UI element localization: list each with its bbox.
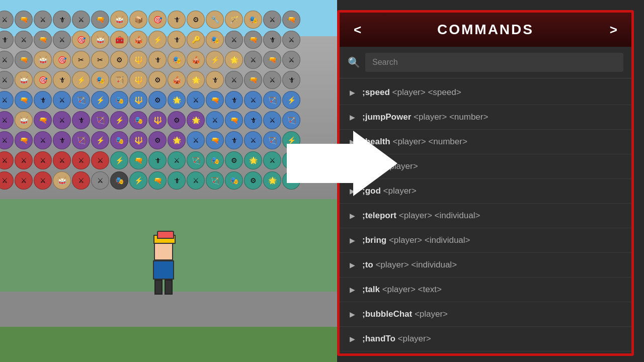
command-text: ;to <player> <individual>	[362, 260, 457, 270]
weapon-item: ⚡	[206, 51, 224, 69]
weapon-item: 🎭	[168, 51, 186, 69]
command-item[interactable]: ▶;god <player>	[340, 179, 631, 204]
command-item[interactable]: ▶;talk <player> <text>	[340, 278, 631, 302]
character-legs	[148, 280, 179, 295]
weapon-item: ⚔	[0, 91, 14, 109]
weapon-item: 🏹	[72, 91, 90, 109]
weapon-item: ⚔	[263, 71, 281, 89]
weapon-item: ⚔	[34, 11, 52, 29]
character-hat	[153, 235, 176, 244]
grass	[0, 327, 337, 362]
weapon-item: ⚔	[0, 11, 14, 29]
command-text: ;bring <player> <individual>	[362, 235, 470, 245]
weapon-item: ⚔	[0, 51, 14, 69]
weapon-item: ⚔	[72, 151, 90, 169]
weapon-item: ⚔	[34, 171, 52, 190]
weapon-item: ⚔	[187, 91, 205, 109]
weapon-item: ⚔	[187, 171, 205, 190]
command-text: ;teleport <player> <individual>	[362, 211, 480, 221]
weapon-item: ⚡	[110, 151, 128, 169]
character-head	[154, 241, 173, 260]
play-icon: ▶	[350, 261, 355, 269]
command-text: ;health <player> <number>	[362, 137, 467, 147]
command-text: ;talk <player> <text>	[362, 285, 442, 295]
weapon-item: 🏹	[263, 91, 281, 109]
nav-prev-button[interactable]: <	[350, 22, 365, 38]
weapon-item: ⚔	[225, 31, 243, 49]
command-item[interactable]: ▶;speed <player> <speed>	[340, 80, 631, 105]
command-item[interactable]: ▶;bring <player> <individual>	[340, 228, 631, 253]
search-input[interactable]	[365, 53, 623, 72]
weapon-item: 🗡	[263, 31, 281, 49]
weapon-item: ⚔	[15, 31, 33, 49]
weapon-item: 🎪	[187, 51, 205, 69]
command-item[interactable]: ▶;to <player> <individual>	[340, 253, 631, 278]
weapon-item: 🎭	[91, 71, 109, 89]
weapon-item: 🎭	[206, 151, 224, 169]
command-item[interactable]: ▶;teleport <player> <individual>	[340, 204, 631, 228]
weapon-item: 🔫	[263, 51, 281, 69]
search-icon: 🔍	[348, 56, 360, 68]
weapon-item: ⚔	[15, 151, 33, 169]
weapon-item: ⚔	[34, 151, 52, 169]
weapon-item: 🥁	[34, 51, 52, 69]
weapon-item: 🔫	[206, 131, 224, 149]
play-icon: ▶	[350, 88, 355, 97]
play-icon: ▶	[350, 236, 355, 244]
weapon-item: ✂	[91, 51, 109, 69]
weapon-item: ⚙	[148, 91, 167, 109]
weapon-item: ⚙	[110, 51, 128, 69]
weapon-item: ⚡	[72, 71, 90, 89]
weapon-item: ⚙	[225, 151, 243, 169]
weapon-item: 🗡	[72, 111, 90, 129]
weapon-item: ⚡	[129, 171, 147, 190]
play-icon: ▶	[350, 335, 355, 343]
weapon-item: ✂	[72, 51, 90, 69]
weapon-item: 🌟	[244, 151, 262, 169]
weapon-item: ⚔	[15, 171, 33, 190]
command-text: ;bubbleChat <player>	[362, 309, 448, 319]
ground	[0, 292, 337, 362]
weapon-item: 🔑	[187, 31, 205, 49]
weapon-item: 🏹	[263, 131, 281, 149]
weapon-item: ⚔	[0, 131, 14, 149]
weapon-item: 🗡	[0, 31, 14, 49]
character-leg-left	[154, 280, 163, 295]
weapon-item: ⚡	[91, 91, 109, 109]
command-item[interactable]: ▶;handTo <player>	[340, 327, 631, 351]
weapon-item: 🎭	[110, 131, 128, 149]
play-icon: ▶	[350, 310, 355, 318]
weapon-item: ⚔	[187, 131, 205, 149]
weapon-item: ⚔	[244, 131, 262, 149]
search-container: 🔍	[340, 47, 631, 78]
weapon-item: 🥁	[53, 171, 71, 190]
weapon-item: ⚔	[282, 31, 300, 49]
command-item[interactable]: ▶;bubbleChat <player>	[340, 302, 631, 327]
weapon-item: ⚙	[187, 11, 205, 29]
command-text: ;speed <player> <speed>	[362, 87, 461, 98]
panel-header: < COMMANDS >	[340, 13, 631, 47]
weapon-item: 🔫	[15, 51, 33, 69]
weapon-item: ⚔	[263, 111, 281, 129]
weapon-item: 🔫	[129, 151, 147, 169]
nav-next-button[interactable]: >	[606, 22, 621, 38]
weapon-item: ⚡	[148, 31, 167, 49]
weapon-item: 🎯	[72, 31, 90, 49]
command-item[interactable]: ▶;jumpPower <player> <number>	[340, 105, 631, 130]
weapon-item: ⚔	[168, 151, 186, 169]
weapon-item: 🎪	[129, 31, 147, 49]
weapon-item: 🗡	[53, 131, 71, 149]
weapon-item: 🔫	[34, 31, 52, 49]
weapon-item: ⚔	[53, 151, 71, 169]
weapon-item: ⚔	[0, 111, 14, 129]
weapon-item: 📦	[129, 11, 147, 29]
command-item[interactable]: ▶;health <player> <number>	[340, 130, 631, 154]
weapon-item: 🔫	[34, 111, 52, 129]
command-text: ;jumpPower <player> <number>	[362, 112, 488, 122]
weapon-item: 🌟	[263, 171, 281, 190]
weapon-item: ⚔	[53, 91, 71, 109]
weapon-item: 🏹	[282, 111, 300, 129]
weapon-item: 🔱	[129, 131, 147, 149]
weapon-item: ⚙	[168, 111, 186, 129]
weapon-item: ⚔	[282, 51, 300, 69]
